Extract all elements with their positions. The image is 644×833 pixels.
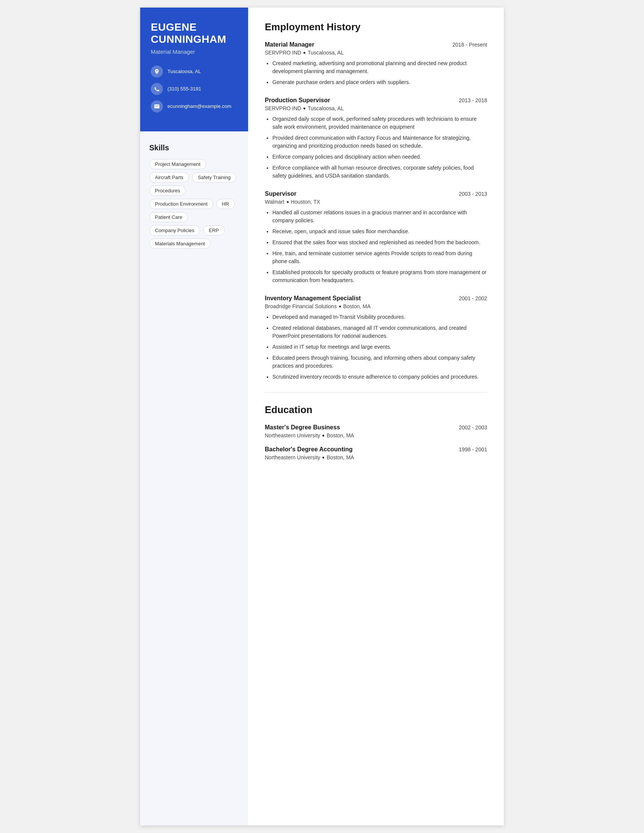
skill-tag: Materials Management: [149, 238, 211, 249]
phone-text: (310) 555-3191: [167, 85, 201, 92]
job-title: Inventory Management Specialist: [265, 295, 361, 302]
job-title: Production Supervisor: [265, 97, 330, 104]
job-header: Material Manager2018 - Present: [265, 41, 487, 48]
main-content: Employment History Material Manager2018 …: [248, 8, 504, 825]
job-dates: 2001 - 2002: [459, 295, 487, 301]
skill-tag: Procedures: [149, 185, 186, 196]
email-text: ecunningham@example.com: [167, 103, 232, 110]
bullet-dot: [303, 52, 305, 54]
bullet-item: Ensured that the sales floor was stocked…: [272, 238, 487, 246]
job-location: Houston, TX: [291, 199, 320, 205]
skills-list: Project ManagementAircraft PartsSafety T…: [149, 159, 239, 249]
bullet-item: Enforce company policies and disciplinar…: [272, 153, 487, 161]
education-section: Education Master's Degree Business2002 -…: [265, 404, 487, 460]
location-text: Tuscaloosa, AL: [167, 68, 201, 75]
bullet-item: Provided direct communication with Facto…: [272, 134, 487, 150]
edu-block: Bachelor's Degree Accounting1998 - 2001N…: [265, 446, 487, 460]
employment-section-title: Employment History: [265, 21, 487, 33]
school-info: Northeastern University Boston, MA: [265, 433, 487, 439]
school-location: Boston, MA: [327, 454, 354, 460]
job-block: Production Supervisor2013 - 2018SERVPRO …: [265, 97, 487, 180]
bullet-item: Hire, train, and terminate customer serv…: [272, 249, 487, 265]
education-section-title: Education: [265, 404, 487, 416]
sidebar: EUGENE CUNNINGHAM Material Manager Tusca…: [140, 8, 248, 825]
company-name: SERVPRO IND: [265, 50, 301, 56]
school-name: Northeastern University: [265, 454, 320, 460]
contact-email: ecunningham@example.com: [151, 100, 238, 113]
job-block: Material Manager2018 - PresentSERVPRO IN…: [265, 41, 487, 86]
company-name: SERVPRO IND: [265, 105, 301, 111]
job-company: SERVPRO IND Tuscaloosa, AL: [265, 50, 487, 56]
skill-tag: Company Policies: [149, 225, 200, 235]
job-location: Tuscaloosa, AL: [308, 50, 344, 56]
school-location: Boston, MA: [327, 433, 354, 439]
school-info: Northeastern University Boston, MA: [265, 454, 487, 460]
jobs-list: Material Manager2018 - PresentSERVPRO IN…: [265, 41, 487, 381]
employment-section: Employment History Material Manager2018 …: [265, 21, 487, 381]
job-company: Broadridge Financial Solutions Boston, M…: [265, 303, 487, 309]
bullet-dot: [322, 435, 324, 437]
bullet-item: Established protocols for specialty prod…: [272, 269, 487, 285]
bullet-item: Scrutinized inventory records to ensure …: [272, 373, 487, 381]
edu-header: Master's Degree Business2002 - 2003: [265, 424, 487, 431]
job-dates: 2003 - 2013: [459, 191, 487, 197]
job-location: Boston, MA: [343, 303, 370, 309]
job-header: Supervisor2003 - 2013: [265, 190, 487, 197]
edu-header: Bachelor's Degree Accounting1998 - 2001: [265, 446, 487, 453]
bullet-item: Organized daily scope of work, performed…: [272, 115, 487, 131]
bullet-item: Assisted in IT setup for meetings and la…: [272, 343, 487, 351]
skill-tag: HR: [216, 199, 235, 209]
job-header: Production Supervisor2013 - 2018: [265, 97, 487, 104]
bullet-dot: [287, 201, 289, 203]
edu-dates: 2002 - 2003: [459, 425, 487, 431]
bullet-item: Developed and managed In-Transit Visibil…: [272, 313, 487, 321]
job-location: Tuscaloosa, AL: [308, 105, 344, 111]
bullet-item: Generate purchase orders and place order…: [272, 78, 487, 86]
skills-heading: Skills: [149, 143, 239, 152]
contact-phone: (310) 555-3191: [151, 83, 238, 95]
job-bullets: Created marketing, advertising and promo…: [265, 60, 487, 86]
job-dates: 2013 - 2018: [459, 97, 487, 103]
job-dates: 2018 - Present: [452, 42, 487, 48]
bullet-dot: [303, 108, 305, 109]
sidebar-skills-section: Skills Project ManagementAircraft PartsS…: [140, 131, 248, 825]
bullet-dot: [322, 457, 324, 458]
section-divider: [265, 392, 487, 392]
skill-tag: Project Management: [149, 159, 206, 169]
company-name: Walmart: [265, 199, 285, 205]
school-name: Northeastern University: [265, 433, 320, 439]
bullet-item: Handled all customer relations issues in…: [272, 209, 487, 225]
degree-title: Bachelor's Degree Accounting: [265, 446, 353, 453]
candidate-name: EUGENE CUNNINGHAM: [151, 21, 238, 45]
job-bullets: Developed and managed In-Transit Visibil…: [265, 313, 487, 381]
skill-tag: Safety Training: [192, 172, 237, 182]
company-name: Broadridge Financial Solutions: [265, 303, 337, 309]
bullet-item: Receive, open, unpack and issue sales fl…: [272, 228, 487, 235]
job-block: Supervisor2003 - 2013Walmart Houston, TX…: [265, 190, 487, 285]
degree-title: Master's Degree Business: [265, 424, 340, 431]
sidebar-header: EUGENE CUNNINGHAM Material Manager Tusca…: [140, 8, 248, 131]
edu-block: Master's Degree Business2002 - 2003North…: [265, 424, 487, 439]
job-block: Inventory Management Specialist2001 - 20…: [265, 295, 487, 381]
bullet-item: Educated peers through training, focusin…: [272, 354, 487, 370]
bullet-item: Created relational databases, managed al…: [272, 324, 487, 340]
location-icon: [151, 66, 163, 78]
job-title: Material Manager: [265, 41, 314, 48]
skill-tag: Aircraft Parts: [149, 172, 189, 182]
job-header: Inventory Management Specialist2001 - 20…: [265, 295, 487, 302]
education-list: Master's Degree Business2002 - 2003North…: [265, 424, 487, 460]
skill-tag: Patient Care: [149, 212, 188, 222]
candidate-title: Material Manager: [151, 48, 238, 55]
job-company: Walmart Houston, TX: [265, 199, 487, 205]
job-company: SERVPRO IND Tuscaloosa, AL: [265, 105, 487, 111]
skill-tag: Production Environment: [149, 199, 213, 209]
bullet-item: Enforce compliance with all human resour…: [272, 164, 487, 180]
job-bullets: Handled all customer relations issues in…: [265, 209, 487, 285]
bullet-dot: [339, 306, 341, 307]
edu-dates: 1998 - 2001: [459, 446, 487, 452]
phone-icon: [151, 83, 163, 95]
bullet-item: Created marketing, advertising and promo…: [272, 60, 487, 76]
job-title: Supervisor: [265, 190, 296, 197]
skill-tag: ERP: [203, 225, 225, 235]
contact-location: Tuscaloosa, AL: [151, 66, 238, 78]
